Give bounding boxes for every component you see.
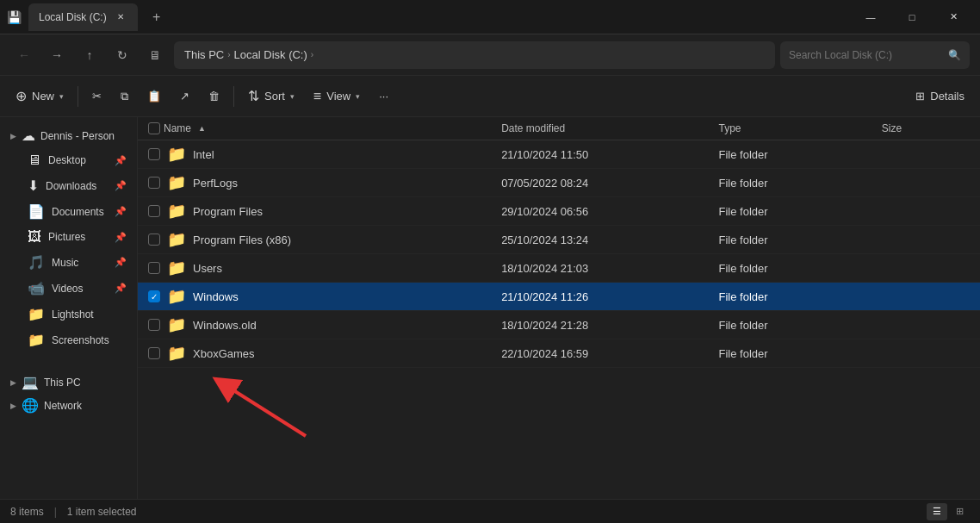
file-name-cell-7: 📁 XboxGames	[138, 339, 491, 368]
details-view-btn[interactable]: ☰	[927, 503, 947, 520]
sidebar-item-music[interactable]: 🎵 Music 📌	[3, 250, 133, 275]
documents-icon: 📄	[28, 203, 45, 220]
column-header-type[interactable]: Type	[709, 117, 871, 140]
row-checkbox-5[interactable]	[148, 290, 160, 302]
row-checkbox-2[interactable]	[148, 205, 160, 217]
new-button[interactable]: ⊕ New ▾	[7, 81, 72, 112]
view-button[interactable]: ≡ View ▾	[305, 81, 369, 112]
table-row[interactable]: 📁 Users 18/10/2024 21:03File folder	[138, 254, 980, 283]
pin-icon-desktop: 📌	[115, 155, 127, 166]
table-row[interactable]: 📁 PerfLogs 07/05/2022 08:24File folder	[138, 169, 980, 197]
breadcrumb-local-disk[interactable]: Local Disk (C:)	[234, 48, 307, 61]
delete-button[interactable]: 🗑	[200, 81, 228, 112]
sort-chevron: ▾	[290, 92, 295, 101]
file-type-2: File folder	[709, 197, 871, 226]
table-row[interactable]: 📁 Program Files (x86) 25/10/2024 13:24Fi…	[138, 226, 980, 254]
file-size-3	[871, 226, 980, 254]
table-row[interactable]: 📁 Windows 21/10/2024 11:26File folder	[138, 283, 980, 311]
column-header-size[interactable]: Size	[871, 117, 980, 140]
details-label: Details	[930, 90, 964, 103]
sort-icon: ⇅	[248, 88, 259, 104]
folder-icon-3: 📁	[167, 230, 186, 249]
row-checkbox-7[interactable]	[148, 347, 160, 359]
file-type-0: File folder	[709, 140, 871, 169]
file-name-cell-4: 📁 Users	[138, 254, 491, 283]
up-button[interactable]: ↑	[76, 41, 103, 69]
search-input[interactable]	[789, 49, 943, 61]
sidebar: ▶ ☁ Dennis - Person 🖥 Desktop 📌 ⬇ Downlo…	[0, 117, 138, 499]
file-type-3: File folder	[709, 226, 871, 254]
table-row[interactable]: 📁 Windows.old 18/10/2024 21:28File folde…	[138, 311, 980, 339]
refresh-button[interactable]: ↻	[109, 41, 136, 69]
sidebar-this-pc-header[interactable]: ▶ 💻 This PC	[3, 370, 133, 394]
view-label: View	[326, 90, 350, 103]
row-checkbox-4[interactable]	[148, 262, 160, 274]
column-header-name[interactable]: Name ▲	[138, 117, 491, 140]
sidebar-pinned-header[interactable]: ▶ ☁ Dennis - Person	[3, 124, 133, 147]
maximize-button[interactable]: □	[892, 3, 932, 31]
tab-local-disk[interactable]: Local Disk (C:) ✕	[28, 3, 138, 31]
table-row[interactable]: 📁 Program Files 29/10/2024 06:56File fol…	[138, 197, 980, 226]
file-date-2: 29/10/2024 06:56	[491, 197, 708, 226]
sidebar-item-lightshot[interactable]: 📁 Lightshot	[3, 302, 133, 327]
file-name-text-3: Program Files (x86)	[193, 233, 291, 246]
sidebar-item-screenshots[interactable]: 📁 Screenshots	[3, 327, 133, 352]
file-name-text-7: XboxGames	[193, 347, 255, 360]
file-date-3: 25/10/2024 13:24	[491, 226, 708, 254]
minimize-button[interactable]: —	[851, 3, 890, 31]
paste-icon: 📋	[147, 90, 161, 103]
column-header-date[interactable]: Date modified	[491, 117, 708, 140]
network-icon: 🌐	[22, 397, 39, 414]
pin-icon-music: 📌	[115, 257, 127, 268]
folder-icon-0: 📁	[167, 145, 186, 164]
details-button[interactable]: ⊞ Details	[907, 81, 973, 112]
row-checkbox-1[interactable]	[148, 177, 160, 189]
address-bar: ← → ↑ ↻ 🖥 This PC › Local Disk (C:) › 🔍	[0, 34, 980, 76]
breadcrumb[interactable]: This PC › Local Disk (C:) ›	[174, 41, 775, 69]
sidebar-item-videos[interactable]: 📹 Videos 📌	[3, 276, 133, 301]
row-checkbox-6[interactable]	[148, 319, 160, 331]
file-name-text-1: PerfLogs	[193, 177, 238, 190]
back-button[interactable]: ←	[10, 41, 38, 69]
new-tab-button[interactable]: +	[145, 5, 169, 29]
sidebar-item-desktop[interactable]: 🖥 Desktop 📌	[3, 148, 133, 172]
sidebar-item-pictures[interactable]: 🖼 Pictures 📌	[3, 225, 133, 249]
tab-close-button[interactable]: ✕	[114, 10, 127, 24]
view-chevron: ▾	[356, 92, 360, 101]
cut-button[interactable]: ✂	[84, 81, 110, 112]
pc-view-button[interactable]: 🖥	[141, 41, 169, 69]
close-button[interactable]: ✕	[933, 3, 973, 31]
paste-button[interactable]: 📋	[139, 81, 170, 112]
sidebar-network-header[interactable]: ▶ 🌐 Network	[3, 394, 133, 417]
file-date-7: 22/10/2024 16:59	[491, 339, 708, 368]
search-bar[interactable]: 🔍	[780, 41, 970, 69]
table-row[interactable]: 📁 XboxGames 22/10/2024 16:59File folder	[138, 339, 980, 368]
file-name-text-5: Windows	[193, 290, 239, 303]
file-size-0	[871, 140, 980, 169]
file-content: Name ▲ Date modified Type Size 📁 Intel 2…	[138, 117, 980, 499]
file-type-7: File folder	[709, 339, 871, 368]
share-button[interactable]: ↗	[171, 81, 198, 112]
table-row[interactable]: 📁 Intel 21/10/2024 11:50File folder	[138, 140, 980, 169]
copy-button[interactable]: ⧉	[112, 81, 137, 112]
more-button[interactable]: ···	[370, 81, 397, 112]
forward-button[interactable]: →	[43, 41, 71, 69]
sidebar-item-documents[interactable]: 📄 Documents 📌	[3, 199, 133, 224]
row-checkbox-3[interactable]	[148, 233, 160, 246]
row-checkbox-0[interactable]	[148, 148, 160, 160]
file-name-cell-0: 📁 Intel	[138, 140, 491, 169]
sort-button[interactable]: ⇅ Sort ▾	[239, 81, 303, 112]
file-size-6	[871, 311, 980, 339]
breadcrumb-this-pc[interactable]: This PC	[184, 48, 224, 61]
sidebar-desktop-label: Desktop	[48, 154, 108, 166]
file-size-7	[871, 339, 980, 368]
folder-icon-4: 📁	[167, 258, 186, 277]
file-name-text-4: Users	[193, 262, 222, 275]
grid-view-btn[interactable]: ⊞	[949, 503, 970, 520]
sidebar-item-downloads[interactable]: ⬇ Downloads 📌	[3, 173, 133, 198]
file-size-1	[871, 169, 980, 197]
sidebar-pictures-label: Pictures	[48, 231, 108, 243]
select-all-checkbox[interactable]	[148, 122, 160, 134]
file-size-5	[871, 283, 980, 311]
breadcrumb-chevron: ›	[311, 50, 313, 59]
